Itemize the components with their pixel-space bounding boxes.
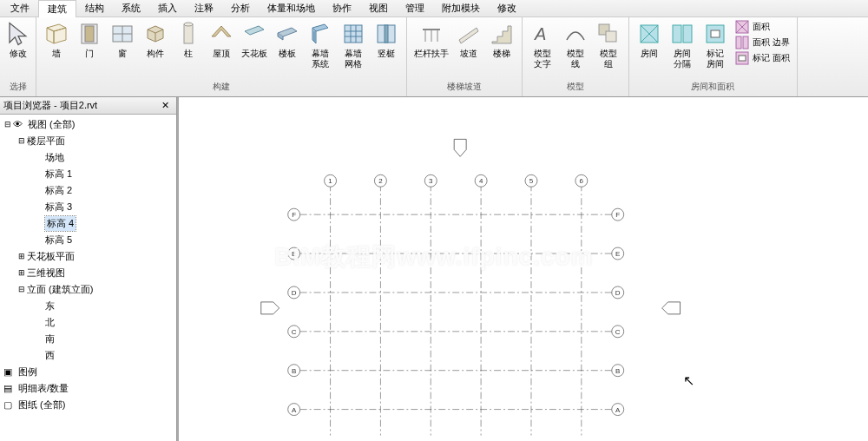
- tree-sheets[interactable]: ▢图纸 (全部): [0, 397, 176, 413]
- collapse-icon[interactable]: ⊟: [17, 134, 26, 148]
- window-icon: [109, 21, 135, 47]
- room-separator-button[interactable]: 房间 分隔: [666, 19, 699, 71]
- room-button[interactable]: 房间: [633, 19, 666, 61]
- model-text-icon: A: [529, 21, 556, 47]
- tree-level-5[interactable]: 标高 5: [0, 232, 176, 248]
- wall-icon: [43, 21, 69, 47]
- component-button[interactable]: 构件: [139, 19, 172, 61]
- svg-text:2: 2: [378, 177, 383, 185]
- svg-point-6: [184, 23, 193, 26]
- column-icon: [175, 21, 201, 47]
- ribbon-group-select: 修改 选择: [0, 17, 36, 96]
- tree-floor-plans[interactable]: ⊟楼层平面: [0, 133, 176, 149]
- svg-rect-5: [184, 24, 193, 43]
- menu-addins[interactable]: 附加模块: [433, 0, 489, 16]
- tree-legends[interactable]: ▣图例: [0, 364, 176, 380]
- ceiling-button[interactable]: 天花板: [238, 19, 271, 61]
- model-line-button[interactable]: 模型 线: [559, 19, 592, 71]
- menu-file[interactable]: 文件: [2, 0, 38, 16]
- svg-text:E: E: [292, 250, 296, 258]
- svg-text:6: 6: [580, 177, 584, 185]
- model-group-button[interactable]: 模型 组: [592, 19, 625, 71]
- expand-icon[interactable]: ⊞: [17, 266, 26, 280]
- area-boundary-button[interactable]: 面积 边界: [732, 35, 793, 50]
- tree-elevations[interactable]: ⊟立面 (建筑立面): [0, 281, 176, 298]
- menu-modify[interactable]: 修改: [489, 0, 525, 16]
- tree-level-1[interactable]: 标高 1: [0, 166, 176, 182]
- curtain-system-button[interactable]: 幕墙 系统: [304, 19, 337, 71]
- tree-level-4[interactable]: 标高 4: [0, 215, 176, 232]
- select-group-label: 选择: [3, 79, 32, 95]
- collapse-icon[interactable]: ⊟: [3, 117, 12, 132]
- tree-level-2[interactable]: 标高 2: [0, 182, 176, 199]
- menu-manage[interactable]: 管理: [397, 0, 433, 16]
- tag-room-button[interactable]: 标记 房间: [699, 19, 732, 71]
- mullion-button[interactable]: 竖梃: [370, 19, 403, 61]
- svg-text:E: E: [615, 250, 620, 258]
- tree-west[interactable]: 西: [0, 347, 176, 364]
- cursor-icon: [5, 21, 31, 47]
- roof-icon: [208, 21, 234, 47]
- tree-south[interactable]: 南: [0, 331, 176, 347]
- tree-site[interactable]: 场地: [0, 149, 176, 166]
- menu-analyze[interactable]: 分析: [222, 0, 259, 16]
- project-browser-title: 项目浏览器 - 项目2.rvt: [3, 99, 97, 112]
- menu-architecture[interactable]: 建筑: [38, 0, 76, 17]
- curtain-grid-button[interactable]: 幕墙 网格: [337, 19, 370, 71]
- railing-icon: [418, 21, 444, 47]
- column-button[interactable]: 柱: [172, 19, 205, 61]
- project-browser-tree[interactable]: ⊟👁视图 (全部) ⊟楼层平面 场地 标高 1 标高 2 标高 3 标高 4 标…: [0, 115, 176, 441]
- tree-views-all[interactable]: ⊟👁视图 (全部): [0, 116, 176, 133]
- menu-view[interactable]: 视图: [360, 0, 397, 16]
- close-icon[interactable]: ✕: [158, 100, 173, 111]
- menu-structure[interactable]: 结构: [76, 0, 113, 16]
- ramp-button[interactable]: 坡道: [452, 19, 485, 61]
- model-text-button[interactable]: A模型 文字: [526, 19, 559, 71]
- tree-schedules[interactable]: ▤明细表/数量: [0, 380, 176, 397]
- svg-rect-8: [345, 25, 362, 43]
- window-button[interactable]: 窗: [106, 19, 139, 61]
- wall-button[interactable]: 墙: [40, 19, 73, 61]
- tag-area-button[interactable]: 标记 面积: [732, 50, 793, 66]
- menu-systems[interactable]: 系统: [113, 0, 149, 16]
- room-separator-icon: [669, 21, 695, 47]
- svg-text:D: D: [292, 289, 297, 297]
- collapse-icon[interactable]: ⊟: [17, 282, 26, 297]
- schedule-icon: ▤: [3, 381, 16, 396]
- tree-ceiling-plans[interactable]: ⊞天花板平面: [0, 248, 176, 265]
- area-button[interactable]: 面积: [732, 19, 793, 35]
- svg-text:4: 4: [479, 177, 483, 185]
- modify-button[interactable]: 修改: [2, 19, 35, 61]
- menu-annotate[interactable]: 注释: [186, 0, 222, 16]
- area-boundary-icon: [735, 36, 749, 49]
- menu-collaborate[interactable]: 协作: [324, 0, 360, 16]
- ribbon-group-build: 墙 门 窗 构件 柱 屋顶 天花板 楼板 幕墙 系统 幕墙 网格 竖梃 构建: [36, 17, 407, 96]
- svg-text:B: B: [615, 367, 620, 375]
- legend-icon: ▣: [3, 365, 16, 379]
- room-group-label: 房间和面积: [633, 79, 793, 95]
- floor-button[interactable]: 楼板: [271, 19, 304, 61]
- tree-east[interactable]: 东: [0, 298, 176, 314]
- ribbon: 修改 选择 墙 门 窗 构件 柱 屋顶 天花板 楼板 幕墙 系统 幕墙 网格 竖…: [0, 17, 868, 97]
- svg-rect-26: [683, 25, 692, 43]
- model-group-icon: [595, 21, 621, 47]
- menu-insert[interactable]: 插入: [149, 0, 186, 16]
- floor-icon: [274, 21, 300, 47]
- stair-button[interactable]: 楼梯: [485, 19, 518, 61]
- svg-text:F: F: [615, 211, 620, 219]
- door-button[interactable]: 门: [73, 19, 106, 61]
- roof-button[interactable]: 屋顶: [205, 19, 238, 61]
- svg-rect-35: [739, 56, 746, 61]
- tree-3d-views[interactable]: ⊞三维视图: [0, 265, 176, 281]
- railing-button[interactable]: 栏杆扶手: [411, 19, 452, 61]
- modify-label: 修改: [10, 49, 27, 59]
- drawing-canvas[interactable]: 123456FFEEDDCCBBAA BIM教程网www.ifpinc.com …: [177, 97, 868, 441]
- views-icon: 👁: [13, 117, 25, 132]
- svg-rect-33: [743, 36, 748, 49]
- menu-massing[interactable]: 体量和场地: [259, 0, 324, 16]
- tree-north[interactable]: 北: [0, 314, 176, 331]
- ribbon-group-circulation: 栏杆扶手 坡道 楼梯 楼梯坡道: [407, 17, 523, 96]
- tag-area-icon: [735, 51, 749, 65]
- expand-icon[interactable]: ⊞: [17, 249, 26, 264]
- tree-level-3[interactable]: 标高 3: [0, 199, 176, 215]
